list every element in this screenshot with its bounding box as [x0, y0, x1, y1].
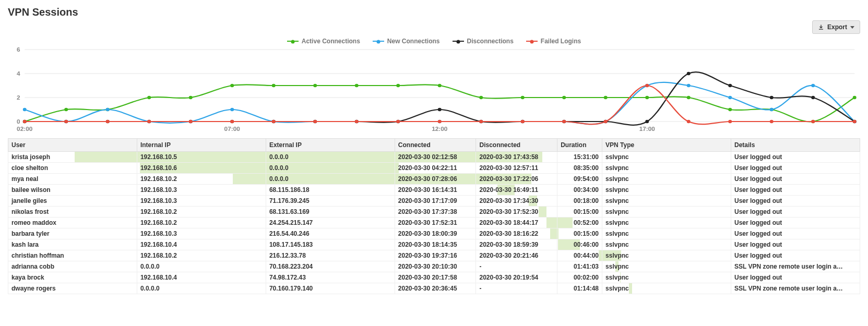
cell: 00:44:00 — [557, 250, 602, 261]
cell: 24.254.215.147 — [266, 218, 395, 228]
column-header[interactable]: Connected — [395, 139, 476, 152]
cell: 192.168.10.4 — [137, 239, 266, 250]
column-header[interactable]: VPN Type — [602, 139, 731, 152]
cell: 0.0.0.0 — [266, 174, 395, 185]
cell: 2020-03-30 16:14:31 — [395, 185, 476, 196]
svg-point-77 — [106, 120, 110, 123]
cell: 15:31:00 — [557, 152, 602, 163]
legend-label: Failed Logins — [541, 38, 581, 45]
legend-label: Disconnections — [467, 38, 514, 45]
table-row[interactable]: adrianna cobb0.0.0.070.168.223.2042020-0… — [8, 261, 860, 272]
svg-point-52 — [811, 84, 815, 87]
svg-point-95 — [853, 120, 857, 123]
cell: mya neal — [8, 174, 137, 185]
cell: 2020-03-30 17:43:58 — [476, 152, 557, 163]
svg-point-90 — [645, 84, 649, 87]
cell: 2020-03-30 18:16:22 — [476, 228, 557, 239]
table-row[interactable]: kaya brock192.168.10.474.98.172.432020-0… — [8, 272, 860, 283]
column-header[interactable]: Internal IP — [137, 139, 266, 152]
column-header[interactable]: Duration — [557, 139, 602, 152]
chevron-down-icon — [850, 26, 854, 29]
cell: sslvpnc — [602, 163, 731, 174]
svg-point-80 — [230, 120, 234, 123]
svg-point-32 — [853, 96, 857, 99]
svg-point-93 — [770, 120, 774, 123]
cell: 0.0.0.0 — [137, 283, 266, 294]
cell: 192.168.10.2 — [137, 174, 266, 185]
export-button[interactable]: Export — [812, 20, 860, 34]
cell: sslvpnc — [602, 174, 731, 185]
table-row[interactable]: dwayne rogers0.0.0.070.160.179.1402020-0… — [8, 283, 860, 294]
svg-point-81 — [272, 120, 276, 123]
table-row[interactable]: krista joseph192.168.10.50.0.0.02020-03-… — [8, 152, 860, 163]
table-row[interactable]: bailee wilson192.168.10.368.115.186.1820… — [8, 185, 860, 196]
table-row[interactable]: romeo maddox192.168.10.224.254.215.14720… — [8, 218, 860, 228]
table-row[interactable]: mya neal192.168.10.20.0.0.02020-03-30 07… — [8, 174, 860, 185]
cell: 00:02:00 — [557, 272, 602, 283]
svg-point-94 — [811, 120, 815, 123]
cell: nikolas frost — [8, 207, 137, 218]
svg-text:02:00: 02:00 — [17, 126, 32, 132]
cell: sslvpnc — [602, 228, 731, 239]
svg-point-15 — [147, 96, 151, 99]
cell: 216.12.33.78 — [266, 250, 395, 261]
cell: 2020-03-30 02:12:58 — [395, 152, 476, 163]
svg-point-72 — [770, 96, 774, 99]
svg-point-21 — [396, 84, 400, 87]
table-row[interactable]: janelle giles192.168.10.371.176.39.24520… — [8, 196, 860, 207]
cell: 0.0.0.0 — [137, 261, 266, 272]
svg-point-86 — [479, 120, 483, 123]
svg-point-89 — [604, 120, 608, 123]
svg-point-49 — [687, 84, 691, 87]
legend-item[interactable]: Failed Logins — [526, 38, 581, 45]
legend-item[interactable]: New Connections — [373, 38, 440, 45]
cell: 192.168.10.3 — [137, 185, 266, 196]
cell: 2020-03-30 17:17:09 — [395, 196, 476, 207]
svg-point-84 — [396, 120, 400, 123]
table-row[interactable]: cloe shelton192.168.10.60.0.0.02020-03-3… — [8, 163, 860, 174]
cell: 70.160.179.140 — [266, 283, 395, 294]
svg-text:2: 2 — [17, 94, 20, 101]
cell: User logged out — [731, 196, 860, 207]
table-row[interactable]: barbara tyler192.168.10.3216.54.40.24620… — [8, 228, 860, 239]
table-row[interactable]: nikolas frost192.168.10.268.131.63.16920… — [8, 207, 860, 218]
cell: sslvpnc — [602, 196, 731, 207]
cell: 192.168.10.6 — [137, 163, 266, 174]
cell: 71.176.39.245 — [266, 196, 395, 207]
cell: sslvpnc — [602, 261, 731, 272]
cell: 2020-03-30 07:28:06 — [395, 174, 476, 185]
svg-point-79 — [189, 120, 193, 123]
cell: 2020-03-30 17:22:06 — [476, 174, 557, 185]
cell: 68.115.186.18 — [266, 185, 395, 196]
legend-swatch — [287, 41, 299, 42]
svg-point-85 — [438, 120, 442, 123]
cell: User logged out — [731, 228, 860, 239]
cell: User logged out — [731, 218, 860, 228]
table-row[interactable]: kash lara192.168.10.4108.17.145.1832020-… — [8, 239, 860, 250]
svg-point-22 — [438, 84, 442, 87]
cell: sslvpnc — [602, 272, 731, 283]
table-row[interactable]: christian hoffman192.168.10.2216.12.33.7… — [8, 250, 860, 261]
cell: 68.131.63.169 — [266, 207, 395, 218]
column-header[interactable]: External IP — [266, 139, 395, 152]
legend-item[interactable]: Disconnections — [453, 38, 514, 45]
cell: 00:18:00 — [557, 196, 602, 207]
cell: dwayne rogers — [8, 283, 137, 294]
cell: User logged out — [731, 250, 860, 261]
svg-point-19 — [313, 84, 317, 87]
column-header[interactable]: Details — [731, 139, 860, 152]
sessions-chart: Active ConnectionsNew ConnectionsDisconn… — [8, 36, 860, 133]
column-header[interactable]: Disconnected — [476, 139, 557, 152]
svg-point-29 — [728, 108, 732, 111]
cell: 108.17.145.183 — [266, 239, 395, 250]
cell: bailee wilson — [8, 185, 137, 196]
legend-item[interactable]: Active Connections — [287, 38, 360, 45]
cell: 74.98.172.43 — [266, 272, 395, 283]
svg-text:17:00: 17:00 — [639, 126, 655, 132]
sessions-table: UserInternal IPExternal IPConnectedDisco… — [8, 138, 860, 294]
column-header[interactable]: User — [8, 139, 137, 152]
legend-swatch — [373, 41, 384, 42]
cell: 0.0.0.0 — [266, 163, 395, 174]
cell: 2020-03-30 18:00:39 — [395, 228, 476, 239]
svg-point-76 — [64, 120, 68, 123]
